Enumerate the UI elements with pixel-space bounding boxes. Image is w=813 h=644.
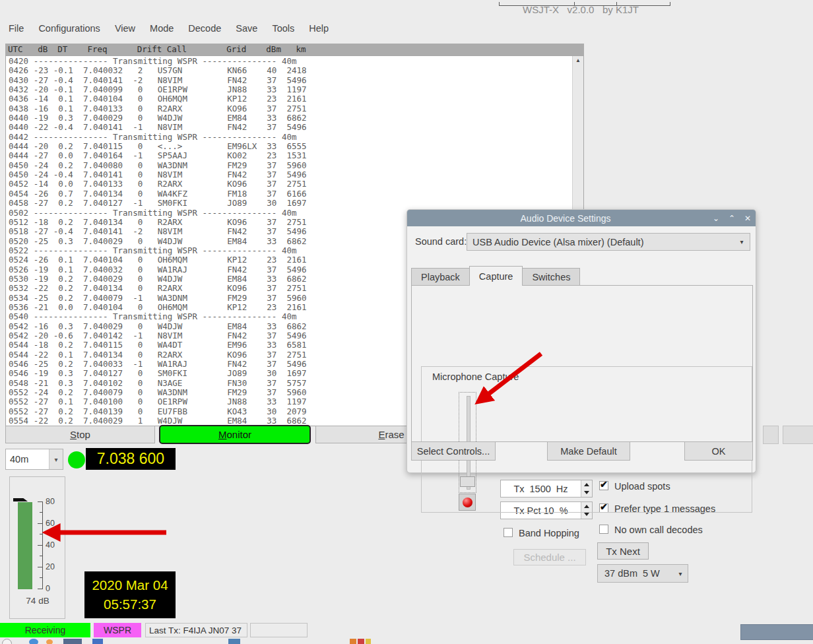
- unshade-icon[interactable]: ⌃: [724, 214, 740, 223]
- meter-minor-ticks: [40, 512, 43, 590]
- taskbar-app-icon[interactable]: [46, 639, 53, 644]
- partially-hidden-button[interactable]: [783, 426, 813, 444]
- status-empty-box: [250, 623, 308, 637]
- stop-button[interactable]: Stop: [5, 426, 155, 443]
- erase-label: Erase: [378, 429, 404, 440]
- menu-item[interactable]: Help: [302, 23, 336, 34]
- tx-power-select[interactable]: 37 dBm 5 W ▾: [597, 564, 688, 583]
- taskbar-globe-icon[interactable]: [29, 639, 38, 644]
- make-default-button[interactable]: Make Default: [547, 441, 630, 461]
- microphone-capture-label: Microphone Capture: [432, 371, 519, 382]
- meter-tick-label: 40: [46, 540, 64, 550]
- meter-tick-label: 60: [46, 519, 64, 528]
- band-value: 40m: [6, 454, 49, 465]
- select-controls-button[interactable]: Select Controls...: [411, 441, 496, 461]
- taskbar-menu-icon[interactable]: [2, 639, 12, 644]
- ok-button[interactable]: OK: [684, 441, 753, 461]
- capture-mute-button[interactable]: [459, 494, 476, 511]
- sound-card-value: USB Audio Device (Alsa mixer) (Default): [467, 237, 734, 247]
- band-hopping-checkbox[interactable]: ✔ Band Hopping: [504, 528, 579, 538]
- menu-item[interactable]: Decode: [181, 23, 228, 34]
- taskbar-app-icon[interactable]: [92, 639, 103, 644]
- dialog-tabs: PlaybackCaptureSwitches: [411, 267, 579, 286]
- decode-rows: 0420 --------------- Transmitting WSPR -…: [9, 57, 307, 426]
- receive-status-lamp: [68, 451, 85, 468]
- chevron-down-icon: ▾: [734, 238, 750, 245]
- signal-meter: 806040200 74 dB: [9, 476, 65, 619]
- taskbar-app-icon[interactable]: [63, 639, 82, 644]
- meter-tick-label: 20: [46, 562, 64, 571]
- meter-peak-marker: [13, 498, 28, 501]
- dialog-tab[interactable]: Capture: [469, 266, 523, 286]
- menu-item[interactable]: File: [1, 23, 31, 34]
- stop-label: Stop: [70, 429, 90, 440]
- partially-hidden-button[interactable]: [763, 426, 779, 444]
- taskbar-app-icon[interactable]: [366, 639, 371, 644]
- dialog-titlebar[interactable]: Audio Device Settings ⌄ ⌃ ✕: [407, 210, 756, 226]
- menu-bar: FileConfigurationsViewModeDecodeSaveTool…: [1, 20, 336, 37]
- dialog-title: Audio Device Settings: [423, 213, 708, 224]
- decode-table-header: UTC dB DT Freq Drift Call Grid dBm km: [5, 44, 584, 55]
- monitor-button[interactable]: Monitor: [159, 425, 311, 444]
- sound-card-select[interactable]: USB Audio Device (Alsa mixer) (Default) …: [467, 233, 750, 251]
- band-select[interactable]: 40m ▾: [5, 449, 63, 470]
- date-display: 2020 Mar 04: [84, 575, 176, 595]
- no-own-call-label: No own call decodes: [614, 525, 703, 535]
- schedule-button-disabled: Schedule ...: [513, 549, 586, 565]
- audio-device-settings-dialog: Audio Device Settings ⌄ ⌃ ✕ Sound card: …: [406, 209, 756, 473]
- meter-value-label: 74 dB: [19, 596, 56, 606]
- dialog-tab[interactable]: Switches: [522, 268, 580, 286]
- no-own-call-checkbox[interactable]: ✔ No own call decodes: [599, 525, 703, 535]
- status-receiving: Receiving: [0, 623, 90, 637]
- taskbar-app-icon[interactable]: [228, 639, 240, 644]
- scroll-up-icon[interactable]: ▲: [573, 57, 583, 63]
- menu-item[interactable]: Mode: [143, 23, 181, 34]
- tx-power-value: 37 dBm 5 W: [598, 568, 673, 579]
- chevron-down-icon: ▾: [673, 570, 688, 577]
- chevron-down-icon[interactable]: ▾: [49, 449, 63, 469]
- shade-icon[interactable]: ⌄: [708, 214, 724, 223]
- date-time-display: 2020 Mar 04 05:57:37: [84, 571, 176, 618]
- meter-tick-label: 0: [46, 584, 64, 593]
- taskbar-window-button[interactable]: [740, 624, 813, 640]
- menu-item[interactable]: View: [108, 23, 143, 34]
- sound-card-label: Sound card:: [415, 236, 467, 247]
- meter-level-bar: [18, 502, 32, 589]
- monitor-label: Monitor: [218, 429, 251, 440]
- meter-tick-label: 80: [46, 497, 64, 506]
- taskbar-app-icon[interactable]: [358, 639, 364, 644]
- band-hopping-label: Band Hopping: [519, 528, 579, 538]
- menu-item[interactable]: Save: [228, 23, 265, 34]
- record-icon: [463, 498, 472, 507]
- tx-next-button[interactable]: Tx Next: [597, 542, 649, 560]
- checkbox-box[interactable]: ✔: [599, 525, 608, 534]
- capture-tab-pane: Microphone Capture: [411, 285, 753, 442]
- menu-item[interactable]: Tools: [265, 23, 302, 34]
- menu-item[interactable]: Configurations: [31, 23, 108, 34]
- time-display: 05:57:37: [84, 595, 176, 614]
- checkbox-box[interactable]: ✔: [504, 528, 513, 537]
- slider-handle[interactable]: [460, 476, 475, 487]
- status-last-tx: Last Tx: F4IJA JN07 37: [145, 623, 247, 637]
- frequency-display: 7.038 600: [86, 448, 176, 470]
- close-icon[interactable]: ✕: [740, 214, 756, 223]
- wsjtx-screen: WSJT-X v2.0.0 by K1JT FileConfigurations…: [0, 0, 813, 644]
- status-mode-badge: WSPR: [94, 623, 141, 637]
- dialog-tab[interactable]: Playback: [411, 268, 470, 286]
- app-caption: WSJT-X v2.0.0 by K1JT: [462, 4, 699, 15]
- taskbar-app-icon[interactable]: [350, 639, 356, 644]
